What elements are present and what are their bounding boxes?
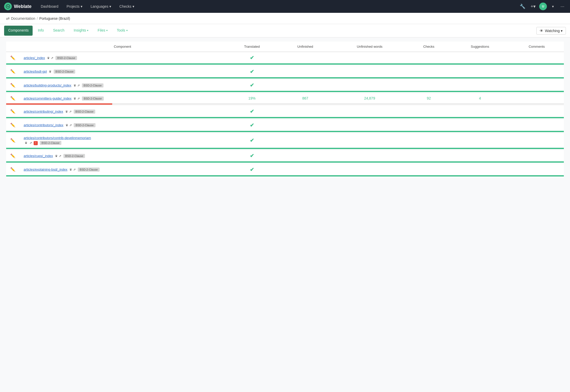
license-badge: BSD-2-Clause	[74, 110, 95, 114]
wrench-button[interactable]: 🔧	[518, 2, 527, 11]
unfinished-words-cell	[332, 164, 407, 175]
navbar-right: 🔧 + ▾ U ▾ ···	[518, 2, 566, 11]
checks-caret: ▾	[132, 4, 134, 8]
comments-cell	[510, 164, 564, 175]
table-row: ✏️ articles/_index ♛⇗ BSD-2-Clause ✔	[6, 52, 564, 63]
license-badge: BSD-2-Clause	[74, 123, 95, 127]
unfinished-words-cell	[332, 66, 407, 77]
avatar-caret[interactable]: ▾	[549, 2, 557, 11]
nav-projects[interactable]: Projects ▾	[63, 2, 86, 11]
license-badge: BSD-2-Clause	[55, 56, 77, 60]
suggestions-cell	[450, 52, 510, 63]
unfinished-words-cell	[332, 150, 407, 162]
th-unfinished: Unfinished	[279, 42, 332, 52]
license-badge: BSD-2-Clause	[63, 154, 85, 158]
avatar[interactable]: U	[539, 3, 547, 10]
unfinished-words-value: 24,879	[364, 96, 375, 100]
watching-button[interactable]: 👁 Watching ▾	[536, 27, 566, 35]
table-row: ✏️ articles/contributing/_index ♛⇗ BSD-2…	[6, 106, 564, 117]
nav-dashboard[interactable]: Dashboard	[38, 2, 62, 11]
suggestions-cell	[450, 119, 510, 131]
insights-caret: ▾	[87, 29, 88, 32]
unfinished-value: 867	[302, 96, 308, 100]
translated-check: ✔	[250, 167, 254, 172]
translated-value: 19%	[248, 96, 255, 100]
comments-cell	[510, 119, 564, 131]
edit-icon[interactable]: ✏️	[10, 167, 15, 172]
tabs-area: Components Info Search Insights ▾ Files …	[0, 24, 570, 37]
comments-cell	[510, 52, 564, 63]
unfinished-cell: 867	[279, 93, 332, 103]
table-row: ✏️ articles/contributors/_index ♛⇗ BSD-2…	[6, 119, 564, 131]
component-link[interactable]: articles/building-products/_index	[24, 83, 71, 87]
edit-icon[interactable]: ✏️	[10, 154, 15, 158]
component-link[interactable]: articles/cups/_index	[24, 154, 53, 158]
edit-icon[interactable]: ✏️	[10, 123, 15, 127]
tab-tools[interactable]: Tools ▾	[113, 25, 132, 37]
crown-icon: ♛	[73, 97, 76, 100]
license-badge: BSD-2-Clause	[82, 83, 103, 87]
watching-icon: 👁	[540, 29, 543, 33]
files-caret: ▾	[106, 29, 108, 32]
component-link[interactable]: articles/bsdl-gpl	[24, 70, 47, 73]
warning-badge: !	[34, 141, 38, 145]
suggestions-cell	[450, 66, 510, 77]
crown-icon: ♛	[49, 70, 52, 73]
unfinished-cell	[279, 164, 332, 175]
component-link[interactable]: articles/committers-guide/_index	[24, 96, 71, 100]
translated-cell: ✔	[225, 119, 279, 131]
nav-checks[interactable]: Checks ▾	[116, 2, 137, 11]
checks-cell	[407, 80, 450, 91]
suggestions-cell	[450, 133, 510, 148]
table-row: ✏️ articles/explaining-bsd/_index ♛⇗ BSD…	[6, 164, 564, 175]
suggestions-cell	[450, 164, 510, 175]
add-button[interactable]: + ▾	[529, 2, 537, 11]
th-unfinished-words: Unfinished words	[332, 42, 407, 52]
unfinished-cell	[279, 106, 332, 117]
suggestions-cell	[450, 106, 510, 117]
component-link[interactable]: articles/contributors/contrib-develinmem…	[24, 136, 91, 140]
link-icon: ⇗	[51, 56, 53, 60]
tab-info[interactable]: Info	[34, 25, 48, 37]
edit-icon[interactable]: ✏️	[10, 138, 15, 143]
table-row: ✏️ articles/contributors/contrib-develin…	[6, 133, 564, 148]
checks-value: 92	[427, 96, 431, 100]
component-link[interactable]: articles/_index	[24, 56, 45, 60]
checks-cell	[407, 66, 450, 77]
crown-icon: ♛	[65, 110, 68, 113]
tab-search[interactable]: Search	[49, 25, 69, 37]
th-suggestions: Suggestions	[450, 42, 510, 52]
breadcrumb-documentation[interactable]: Documentation	[11, 16, 35, 21]
th-translated: Translated	[225, 42, 279, 52]
translated-check: ✔	[250, 55, 254, 61]
component-link[interactable]: articles/contributors/_index	[24, 123, 63, 127]
checks-cell	[407, 150, 450, 162]
comments-cell	[510, 80, 564, 91]
comments-cell	[510, 150, 564, 162]
nav-languages[interactable]: Languages ▾	[88, 2, 114, 11]
tab-components[interactable]: Components	[4, 26, 33, 36]
edit-icon[interactable]: ✏️	[10, 96, 15, 101]
unfinished-cell	[279, 52, 332, 63]
component-link[interactable]: articles/contributing/_index	[24, 110, 63, 113]
edit-icon[interactable]: ✏️	[10, 109, 15, 114]
translated-cell: ✔	[225, 133, 279, 148]
logo-icon	[4, 3, 12, 10]
navbar: Weblate Dashboard Projects ▾ Languages ▾…	[0, 0, 570, 13]
link-icon: ⇗	[77, 97, 80, 100]
breadcrumb-sep: /	[37, 16, 38, 21]
component-link[interactable]: articles/explaining-bsd/_index	[24, 168, 68, 171]
tab-files[interactable]: Files ▾	[93, 25, 112, 37]
edit-icon[interactable]: ✏️	[10, 69, 15, 74]
unfinished-words-cell: 24,879	[332, 93, 407, 103]
edit-icon[interactable]: ✏️	[10, 83, 15, 87]
edit-icon[interactable]: ✏️	[10, 56, 15, 60]
th-component: Component	[20, 42, 225, 52]
unfinished-words-cell	[332, 80, 407, 91]
suggestions-cell	[450, 80, 510, 91]
more-button[interactable]: ···	[559, 2, 566, 11]
comments-cell	[510, 106, 564, 117]
tab-insights[interactable]: Insights ▾	[70, 25, 92, 37]
brand[interactable]: Weblate	[4, 3, 32, 10]
unfinished-words-cell	[332, 133, 407, 148]
